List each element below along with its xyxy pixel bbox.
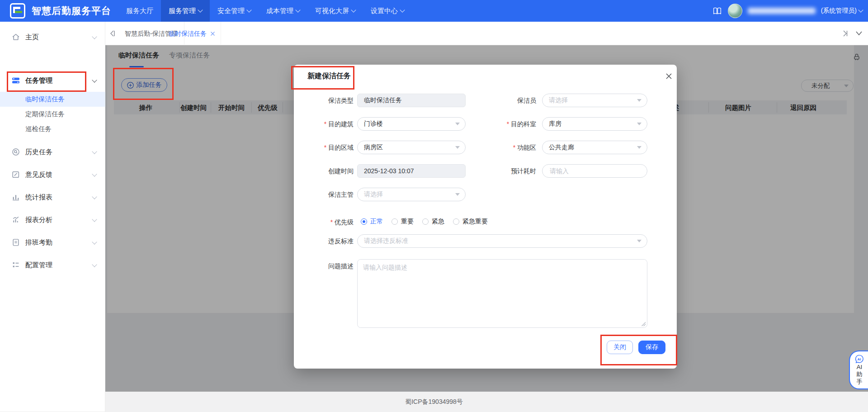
create-time-field: 2025-12-03 10:07 [357,164,466,178]
app-title: 智慧后勤服务平台 [32,0,111,22]
list-settings-icon [12,261,20,269]
chevron-down-icon [92,262,97,267]
chevron-down-icon [92,217,97,222]
sidebar-item-home[interactable]: 主页 [0,26,105,48]
description-textarea[interactable] [358,260,647,327]
navbar-right: (系统管理员) [712,0,863,22]
user-name-redacted [748,8,816,14]
cleaning-type-label: 保洁类型 [299,97,354,105]
radio-icon [392,218,398,225]
menu-security-mgmt[interactable]: 安全管理 [210,0,259,22]
tab-temp-cleaning-active[interactable]: 临时保洁任务 [163,22,221,45]
modal-save-button[interactable]: 保存 [638,341,665,354]
tab-options-chevron-icon[interactable] [855,31,863,36]
cleaning-type-field: 临时保洁任务 [357,94,466,107]
chevron-down-icon [92,171,97,176]
create-time-label: 创建时间 [299,167,354,175]
chevron-down-icon [295,7,300,12]
radio-selected-icon [361,218,367,225]
chevron-down-icon [92,34,97,39]
page-tabstrip: 智慧后勤-保洁管理 临时保洁任务 [105,22,868,45]
select-caret-icon [637,240,642,242]
estimate-input[interactable] [549,167,642,175]
close-tab-icon[interactable] [210,31,215,36]
chevron-down-icon [92,77,97,82]
sidebar: 主页 任务管理 临时保洁任务 定期保洁任务 巡检任务 历史任务 意见反馈 统计报… [0,22,105,412]
supervisor-select[interactable]: 请选择 [357,188,466,201]
building-label: 目的建筑 [299,120,354,128]
sidebar-item-inspection-task[interactable]: 巡检任务 [0,122,105,137]
area-select[interactable]: 病房区 [357,141,466,154]
cleaner-label: 保洁员 [482,97,536,105]
trend-chart-icon [12,216,20,224]
select-caret-icon [637,99,642,102]
radio-important[interactable]: 重要 [392,218,414,226]
sidebar-item-temp-cleaning[interactable]: 临时保洁任务 [0,92,105,107]
select-caret-icon [637,146,642,149]
top-navbar: 智慧后勤服务平台 服务大厅 服务管理 安全管理 成本管理 可视化大屏 设置中心 … [0,0,868,22]
collapse-tabs-left-icon[interactable] [109,30,116,37]
radio-normal[interactable]: 正常 [361,218,383,226]
user-avatar[interactable] [728,4,742,18]
radio-icon [422,218,429,225]
chevron-down-icon [92,194,97,199]
chevron-down-icon [198,7,203,12]
ai-assistant-widget[interactable]: AI AI 助 手 [849,350,868,389]
violation-select[interactable]: 请选择违反标准 [357,234,647,248]
priority-radio-group: 正常 重要 紧急 紧急重要 [361,218,488,226]
feedback-icon [12,170,20,179]
menu-settings-center[interactable]: 设置中心 [363,0,412,22]
chevron-down-icon [858,7,863,12]
sidebar-item-config-mgmt[interactable]: 配置管理 [0,254,105,276]
sidebar-item-stats-report[interactable]: 统计报表 [0,186,105,208]
resize-grip-icon[interactable] [641,322,646,326]
select-caret-icon [637,123,642,125]
modal-close-button[interactable]: 关闭 [607,341,633,354]
home-icon [12,33,20,41]
cleaner-select[interactable]: 请选择 [542,94,647,107]
user-role-dropdown[interactable]: (系统管理员) [821,7,863,15]
sidebar-item-report-analysis[interactable]: 报表分析 [0,209,105,231]
radio-urgent-important[interactable]: 紧急重要 [453,218,488,226]
supervisor-label: 保洁主管 [299,191,354,199]
bar-chart-icon [12,193,20,201]
department-select[interactable]: 库房 [542,117,647,131]
menu-cost-mgmt[interactable]: 成本管理 [259,0,307,22]
chevron-down-icon [400,7,405,12]
menu-service-hall[interactable]: 服务大厅 [118,0,161,22]
menu-service-mgmt[interactable]: 服务管理 [161,0,210,22]
priority-label: 优先级 [299,218,354,227]
modal-close-icon[interactable] [663,70,675,82]
expand-tabs-right-icon[interactable] [841,30,848,37]
chevron-down-icon [351,7,356,12]
sidebar-item-feedback[interactable]: 意见反馈 [0,164,105,185]
clipboard-icon [12,238,20,246]
sidebar-item-periodic-cleaning[interactable]: 定期保洁任务 [0,107,105,122]
zone-label: 功能区 [482,144,536,152]
area-label: 目的区域 [299,144,354,152]
radio-urgent[interactable]: 紧急 [422,218,444,226]
handbook-icon[interactable] [712,6,722,16]
select-caret-icon [455,123,460,125]
sidebar-item-shift-attendance[interactable]: 排班考勤 [0,232,105,253]
description-label: 问题描述 [299,262,354,270]
estimate-label: 预计耗时 [482,167,536,175]
building-select[interactable]: 门诊楼 [357,117,466,131]
select-caret-icon [455,146,460,149]
chevron-down-icon [92,239,97,244]
select-caret-icon [455,193,460,196]
main-menu: 服务大厅 服务管理 安全管理 成本管理 可视化大屏 设置中心 [118,0,412,22]
description-textarea-wrap [357,259,647,328]
estimate-input-field[interactable] [542,164,647,178]
ai-assistant-icon: AI [854,355,864,364]
sidebar-item-task-mgmt[interactable]: 任务管理 [0,70,105,91]
radio-icon [453,218,459,225]
zone-select[interactable]: 公共走廊 [542,141,647,154]
violation-label: 违反标准 [299,237,354,246]
svg-text:AI: AI [858,357,861,361]
chevron-down-icon [246,7,251,12]
sidebar-item-history-tasks[interactable]: 历史任务 [0,141,105,163]
menu-visual-dashboard[interactable]: 可视化大屏 [307,0,363,22]
tasks-icon [12,76,20,85]
chevron-down-icon [92,149,97,154]
